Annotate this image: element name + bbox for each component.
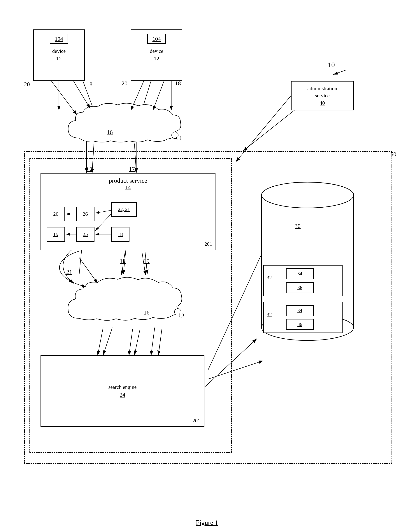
cylinder-unit1: 32 34 36 [263,265,343,296]
ps-internal-arrows [41,173,215,250]
figure-caption: Figure 1 [196,519,218,526]
search-engine-label: search engine 24 [108,383,137,399]
svg-line-30 [95,214,111,231]
device2-104-box: 104 [147,34,166,44]
ref-19-below: 19 [144,258,149,265]
ref-17-r: 17 [129,166,135,172]
ref-20-tc: 20 [122,80,128,87]
ref-34-u1: 34 [297,271,302,276]
ref-36-u2: 36 [297,322,302,327]
ref-104-d2: 104 [152,36,161,42]
svg-point-32 [179,313,184,317]
product-service-box: product service 14 20 26 22, 21 19 25 18… [40,173,216,250]
ref-18-tl: 18 [87,81,92,88]
cloud-top [57,101,186,147]
cylinder-unit2: 32 34 36 [263,302,343,333]
ref-104-d1: 104 [55,36,63,42]
device1-label: device 12 [52,48,66,62]
search-engine-box: search engine 24 201 [40,355,204,427]
svg-line-23 [333,70,346,75]
cloud-bottom-svg [61,274,186,328]
svg-point-25 [177,136,181,140]
device1-104-box: 104 [50,34,68,44]
ref-32-u2: 32 [267,312,272,317]
ref-50-right: 50 [390,151,396,158]
svg-line-8 [243,109,296,151]
cylinder-30: 30 32 34 36 32 34 36 [258,177,357,342]
admin-service-box: administrationservice 40 [291,81,354,110]
ref-12-d2: 12 [154,55,159,61]
ref-30: 30 [295,223,301,229]
ref-17-l: 17 [87,166,92,172]
unit1-36-box: 36 [286,282,314,293]
ref-36-u1: 36 [297,285,302,290]
ref-201-se: 201 [192,418,200,424]
device1-box: 104 device 12 [33,29,85,81]
device2-box: 104 device 12 [131,29,182,81]
ref-24: 24 [120,392,125,398]
cloud-top-svg [57,101,186,147]
ref-16-top: 16 [107,129,113,136]
ref-20-top: 20 [24,81,30,88]
unit2-34-box: 34 [286,305,314,316]
ref-18-below: 18 [120,258,126,265]
svg-line-29 [95,210,111,213]
unit1-34-box: 34 [286,268,314,279]
ref-40: 40 [320,100,325,106]
ref-18-tr: 18 [175,80,181,87]
ref-12-d1: 12 [56,55,62,61]
cloud-bottom [61,274,186,328]
admin-service-label: administrationservice 40 [307,85,337,106]
ref-16-bot: 16 [144,309,149,316]
device2-label: device 12 [150,48,163,62]
ref10-arrow-svg [332,64,350,76]
svg-point-36 [262,182,354,208]
ref-34-u2: 34 [297,308,302,314]
diagram: 104 device 12 104 device 12 20 18 20 18 … [15,11,398,508]
unit2-36-box: 36 [286,319,314,330]
ref-32-u1: 32 [267,275,272,281]
